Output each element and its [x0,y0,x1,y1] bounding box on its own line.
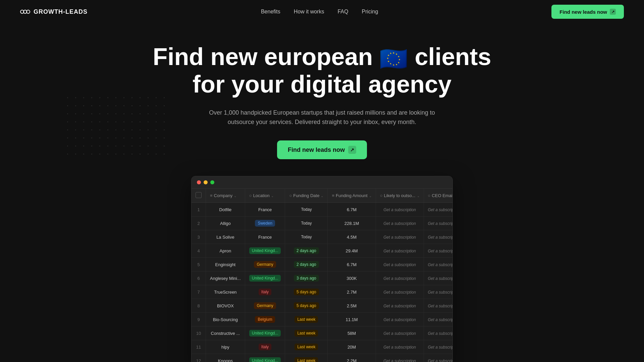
table-row: 12 Knoops United Kingd... Last week 2.2M… [192,354,453,362]
row-ceo-email[interactable]: Get a subscripti... [424,340,453,354]
row-funding-date: 2 days ago [285,258,328,272]
row-likely-outsource[interactable]: Get a subscription [376,285,424,299]
table-row: 11 hlpy Italy Last week 20M Get a subscr… [192,340,453,354]
table-header-location[interactable]: ○Location⌄ [245,189,285,203]
row-likely-outsource[interactable]: Get a subscription [376,299,424,313]
table-header-funding-amount[interactable]: ≡Funding Amount⌄ [328,189,376,203]
row-number: 3 [192,230,206,244]
hero-cta-button[interactable]: Find new leads now ↗ [277,140,367,159]
row-funding-date: 2 days ago [285,244,328,258]
row-location: Belgium [245,313,285,326]
row-location: France [245,203,285,217]
row-location: Germany [245,299,285,313]
checkbox-icon [196,192,202,198]
data-table: ≡Company⌄ ○Location⌄ ○Funding Date⌄ ≡Fun… [192,189,453,362]
row-company: Apron [206,244,245,258]
row-company: Alligo [206,217,245,230]
table-row: 6 Anglesey Mini... United Kingd... 3 day… [192,272,453,285]
nav-links: Benefits How it works FAQ Pricing [261,9,378,15]
row-funding-amount: 6.7M [328,203,376,217]
row-funding-date: 5 days ago [285,285,328,299]
row-likely-outsource[interactable]: Get a subscription [376,354,424,362]
row-funding-amount: 20M [328,340,376,354]
table-header-ceo-email[interactable]: ○CEO Email⌄ [424,189,453,203]
row-number: 12 [192,354,206,362]
row-funding-date: Today [285,203,328,217]
row-number: 4 [192,244,206,258]
row-likely-outsource[interactable]: Get a subscription [376,217,424,230]
row-number: 8 [192,299,206,313]
hero-headline: Find new european 🇪🇺 clients for your di… [7,44,637,98]
row-ceo-email[interactable]: Get a subscripti... [424,244,453,258]
leads-table-mockup: ≡Company⌄ ○Location⌄ ○Funding Date⌄ ≡Fun… [191,176,453,362]
row-likely-outsource[interactable]: Get a subscription [376,272,424,285]
row-location: Italy [245,340,285,354]
row-funding-date: Last week [285,326,328,340]
row-likely-outsource[interactable]: Get a subscription [376,258,424,272]
logo[interactable]: GROWTH-LEADS [20,8,88,15]
table-row: 4 Apron United Kingd... 2 days ago 29.4M… [192,244,453,258]
row-company: La Solive [206,230,245,244]
row-likely-outsource[interactable]: Get a subscription [376,326,424,340]
row-funding-amount: 2.7M [328,285,376,299]
row-likely-outsource[interactable]: Get a subscription [376,230,424,244]
row-funding-amount: 2.2M [328,354,376,362]
row-ceo-email[interactable]: Get a subscripti... [424,230,453,244]
row-company: Bio-Sourcing [206,313,245,326]
row-funding-amount: 4.5M [328,230,376,244]
row-company: Enginsight [206,258,245,272]
nav-faq[interactable]: FAQ [337,9,348,15]
row-location: France [245,230,285,244]
hero-headline-part1: Find new european [153,43,373,70]
row-ceo-email[interactable]: Get a subscripti... [424,272,453,285]
row-company: BIOVOX [206,299,245,313]
nav-cta-button[interactable]: Find new leads now ↗ [551,5,624,19]
row-funding-date: 5 days ago [285,299,328,313]
table-header-funding-date[interactable]: ○Funding Date⌄ [285,189,328,203]
hero-eu-flag: 🇪🇺 [379,46,408,71]
table-header-likely-outsource[interactable]: ○Likely to outso...⌄ [376,189,424,203]
table-row: 5 Enginsight Germany 2 days ago 6.7M Get… [192,258,453,272]
row-ceo-email[interactable]: Get a subscripti... [424,217,453,230]
nav-pricing[interactable]: Pricing [362,9,378,15]
row-funding-date: Last week [285,313,328,326]
row-funding-amount: 6.7M [328,258,376,272]
row-funding-date: Today [285,230,328,244]
hero-cta-arrow-icon: ↗ [348,146,356,154]
row-ceo-email[interactable]: Get a subscripti... [424,258,453,272]
hero-section: Find new european 🇪🇺 clients for your di… [0,23,644,362]
row-company: Anglesey Mini... [206,272,245,285]
row-funding-amount: 11.1M [328,313,376,326]
row-number: 1 [192,203,206,217]
row-company: TrueScreen [206,285,245,299]
nav-how-it-works[interactable]: How it works [294,9,324,15]
row-number: 7 [192,285,206,299]
logo-text: GROWTH-LEADS [34,8,88,15]
row-likely-outsource[interactable]: Get a subscription [376,203,424,217]
row-location: Germany [245,258,285,272]
window-close-button [197,180,201,184]
table-header-company[interactable]: ≡Company⌄ [206,189,245,203]
hero-headline-line2: for your digital agency [193,71,451,98]
row-number: 2 [192,217,206,230]
row-location: United Kingd... [245,326,285,340]
hero-subtitle: Over 1,000 handpicked European startups … [208,108,436,127]
row-likely-outsource[interactable]: Get a subscription [376,244,424,258]
row-ceo-email[interactable]: Get a subscripti... [424,299,453,313]
row-funding-date: Last week [285,340,328,354]
row-funding-amount: 29.4M [328,244,376,258]
row-ceo-email[interactable]: Get a subscripti... [424,326,453,340]
row-location: United Kingd... [245,354,285,362]
row-company: hlpy [206,340,245,354]
row-ceo-email[interactable]: Get a subscripti... [424,313,453,326]
row-funding-amount: 228.1M [328,217,376,230]
row-ceo-email[interactable]: Get a subscripti... [424,203,453,217]
row-funding-date: Last week [285,354,328,362]
row-likely-outsource[interactable]: Get a subscription [376,340,424,354]
table-header-row: ≡Company⌄ ○Location⌄ ○Funding Date⌄ ≡Fun… [192,189,453,203]
row-likely-outsource[interactable]: Get a subscription [376,313,424,326]
nav-benefits[interactable]: Benefits [261,9,280,15]
table-row: 8 BIOVOX Germany 5 days ago 2.5M Get a s… [192,299,453,313]
row-ceo-email[interactable]: Get a subscripti... [424,354,453,362]
row-ceo-email[interactable]: Get a subscripti... [424,285,453,299]
